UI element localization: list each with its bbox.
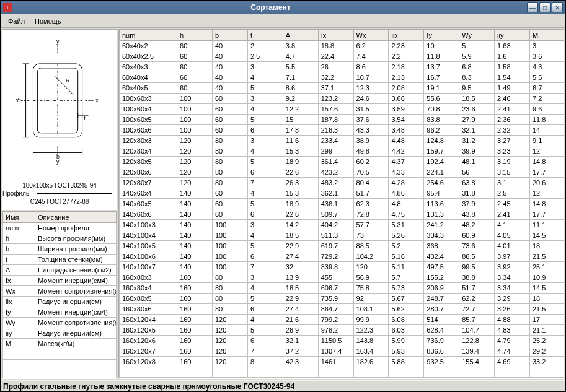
table-row-empty	[120, 378, 565, 380]
app-window: I Сортамент — □ ✕ Файл Помощь	[0, 0, 566, 392]
table-row[interactable]: 60x40x5604058.637.112.32.0819.19.51.496.…	[120, 83, 565, 94]
table-row[interactable]: 60x40x2604023.818.86.22.231051.633	[120, 41, 565, 51]
table-row[interactable]: 100x60x31006039.2123.224.63.6655.618.52.…	[120, 94, 565, 104]
table-row[interactable]: 100x60x610060617.8216.343.33.4896.232.12…	[120, 125, 565, 136]
titlebar[interactable]: I Сортамент — □ ✕	[1, 1, 565, 14]
description-table[interactable]: ИмяОписаниеnumНомер профиляhВысота профи…	[2, 211, 117, 379]
minimize-button[interactable]: —	[527, 2, 538, 12]
table-row[interactable]: 60x40x3604035.5268.62.1813.76.81.584.3	[120, 62, 565, 72]
statusbar: Профили стальные гнутые замкнутые сварны…	[1, 380, 565, 391]
desc-header[interactable]: Описание	[35, 212, 117, 223]
col-header[interactable]: h	[177, 30, 213, 41]
table-row[interactable]: 160x80x416080418.5606.775.85.73206.951.7…	[120, 283, 565, 294]
desc-row[interactable]: AПлощадь сечения(см2)	[3, 265, 117, 276]
desc-row[interactable]: iixРадиус инерции(см)	[3, 297, 117, 307]
table-row[interactable]: 60x40x4604047.132.210.72.1316.78.31.545.…	[120, 72, 565, 83]
table-row[interactable]: 160x80x316080313.945556.95.7155.238.83.3…	[120, 272, 565, 283]
content-area: y y x x b h t R 180x100x5 ГОСТ30245-94 П…	[1, 28, 565, 380]
desc-row[interactable]: hВысота профиля(мм)	[3, 233, 117, 244]
profile-diagram: y y x x b h t R 180x100x5 ГОСТ30245-94 П…	[2, 29, 117, 210]
table-row[interactable]: 140x100x6140100627.4729.2104.25.16432.48…	[120, 251, 565, 262]
table-row[interactable]: 140x60x414060415.3362.151.74.8695.431.82…	[120, 188, 565, 199]
main-table[interactable]: numhbtAIxWxiixIyWyiiyM60x40x2604023.818.…	[118, 29, 564, 379]
table-row[interactable]: 160x120x7160120737.21307.4163.45.93836.6…	[120, 346, 565, 357]
table-row[interactable]: 100x60x510060515187.837.63.5483.827.92.3…	[120, 115, 565, 125]
col-header[interactable]: b	[212, 30, 247, 41]
col-header[interactable]: A	[283, 30, 318, 41]
desc-row-empty	[3, 360, 117, 370]
table-row[interactable]: 160x120x8160120842.31461182.65.88932.515…	[120, 357, 565, 367]
desc-row[interactable]: IxМомент инерции(см4)	[3, 276, 117, 286]
table-row[interactable]: 160x120x6160120632.11150.5143.85.99736.9…	[120, 336, 565, 346]
table-row[interactable]: 120x80x412080415.329949.84.42159.739.93.…	[120, 146, 565, 157]
table-row[interactable]: 100x60x410060412.2157.631.53.5970.823.62…	[120, 104, 565, 115]
left-pane: y y x x b h t R 180x100x5 ГОСТ30245-94 П…	[2, 29, 117, 379]
desc-header[interactable]: Имя	[3, 212, 35, 223]
desc-row[interactable]: WxМомент сопротивления(см3)	[3, 286, 117, 297]
table-row[interactable]: 160x80x516080522.9735.9925.67248.762.23.…	[120, 294, 565, 304]
profile-spec-bot: С245 ГОСТ27772-88	[30, 198, 89, 205]
svg-text:x: x	[95, 97, 99, 103]
desc-row-empty	[3, 349, 117, 360]
desc-row[interactable]: MМасса(кг/м)	[3, 339, 117, 349]
status-text: Профили стальные гнутые замкнутые сварны…	[3, 382, 294, 391]
table-row[interactable]: 140x100x7140100732839.81205.11497.599.53…	[120, 262, 565, 272]
table-row[interactable]: 160x120x4160120421.6799.299.96.0851485.7…	[120, 315, 565, 325]
table-row[interactable]: 120x80x612080622.6423.270.54.33224.1563.…	[120, 167, 565, 178]
window-title: Сортамент	[15, 3, 526, 12]
col-header[interactable]: Iy	[424, 30, 459, 41]
svg-text:R: R	[66, 77, 70, 84]
desc-row[interactable]: numНомер профиля	[3, 223, 117, 233]
table-row[interactable]: 140x100x5140100522.9619.788.55.236873.64…	[120, 241, 565, 251]
table-row[interactable]: 120x80x512080518.9361.460.24.37192.448.1…	[120, 157, 565, 167]
profile-caption: Профиль	[2, 189, 29, 198]
menubar: Файл Помощь	[1, 14, 565, 28]
table-row-empty	[120, 367, 565, 378]
menu-file[interactable]: Файл	[3, 16, 30, 26]
col-header[interactable]: Wy	[459, 30, 495, 41]
col-header[interactable]: Ix	[318, 30, 353, 41]
maximize-button[interactable]: □	[539, 2, 551, 12]
close-button[interactable]: ✕	[552, 2, 563, 12]
table-row[interactable]: 160x80x616080627.4864.7108.15.62280.772.…	[120, 304, 565, 315]
svg-text:y: y	[56, 38, 60, 45]
menu-help[interactable]: Помощь	[30, 16, 66, 26]
table-row[interactable]: 140x100x3140100314.2404.257.75.31241.248…	[120, 220, 565, 230]
col-header[interactable]: num	[120, 30, 177, 41]
profile-spec-top: 180x100x5 ГОСТ30245-94	[22, 182, 97, 189]
table-row[interactable]: 120x80x712080726.3483.280.44.28254.663.8…	[120, 178, 565, 188]
col-header[interactable]: M	[530, 30, 565, 41]
svg-text:t: t	[84, 115, 86, 121]
desc-row[interactable]: iiyРадиус инерции(см)	[3, 328, 117, 339]
desc-row[interactable]: WyМомент сопротивления(см3)	[3, 318, 117, 328]
desc-row[interactable]: bШирина профиля(мм)	[3, 244, 117, 255]
table-row[interactable]: 60x40x2.560402.54.722.47.42.211.85.91.63…	[120, 51, 565, 62]
svg-text:h: h	[16, 97, 22, 100]
desc-row-empty	[3, 370, 117, 380]
col-header[interactable]: Wx	[353, 30, 389, 41]
table-row[interactable]: 120x80x312080311.6233.438.94.48124.831.2…	[120, 136, 565, 146]
app-icon: I	[3, 3, 12, 12]
table-row[interactable]: 140x60x614060622.6509.772.84.75131.343.8…	[120, 209, 565, 220]
svg-text:b: b	[56, 154, 60, 160]
col-header[interactable]: t	[247, 30, 283, 41]
table-row[interactable]: 160x120x5160120526.9978.2122.36.03628.41…	[120, 325, 565, 336]
desc-row[interactable]: tТолщина стенки(мм)	[3, 255, 117, 265]
col-header[interactable]: iiy	[495, 30, 530, 41]
table-row[interactable]: 140x60x514060518.9436.162.34.8113.637.92…	[120, 199, 565, 209]
desc-row[interactable]: IyМомент инерции(см4)	[3, 307, 117, 318]
table-row[interactable]: 140x100x4140100418.5511.3735.26304.360.9…	[120, 230, 565, 241]
col-header[interactable]: iix	[389, 30, 424, 41]
